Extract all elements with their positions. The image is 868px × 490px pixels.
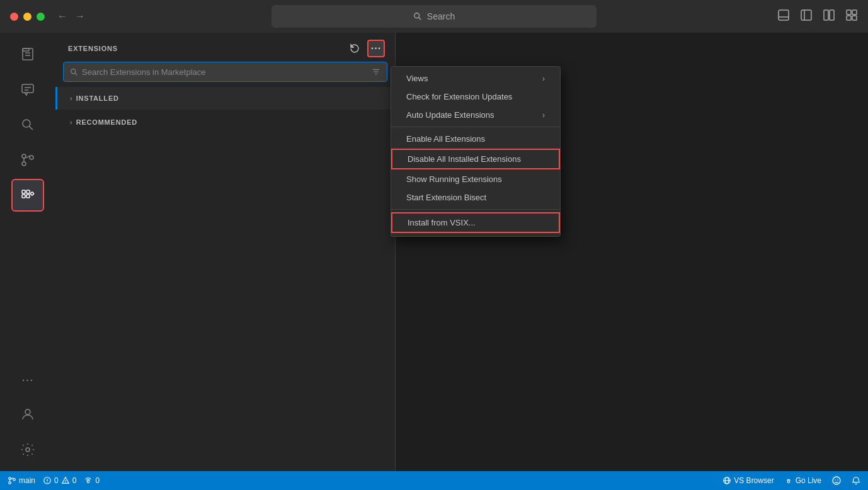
errors-status[interactable]: 0 0	[43, 476, 76, 485]
search-icon	[70, 68, 78, 76]
svg-point-37	[9, 482, 11, 484]
recommended-section[interactable]: › RECOMMENDED	[55, 111, 395, 134]
svg-point-49	[833, 477, 840, 484]
branch-status[interactable]: main	[8, 476, 35, 485]
recommended-chevron: ›	[70, 118, 72, 126]
browser-status[interactable]: VS Browser	[722, 476, 774, 485]
svg-rect-6	[824, 10, 828, 20]
error-icon	[43, 476, 52, 485]
svg-rect-11	[852, 16, 857, 20]
menu-item-check-updates[interactable]: Check for Extension Updates	[391, 88, 560, 106]
remote-status[interactable]: 0	[84, 476, 100, 485]
activity-bar-bottom: ···	[11, 363, 44, 471]
svg-point-41	[47, 482, 47, 482]
back-button[interactable]: ←	[57, 11, 67, 22]
sidebar-item-extensions[interactable]	[11, 179, 44, 212]
close-button[interactable]	[10, 13, 18, 21]
svg-line-32	[75, 73, 77, 75]
menu-item-enable-all[interactable]: Enable All Extensions	[391, 130, 560, 148]
menu-item-show-running[interactable]: Show Running Extensions	[391, 170, 560, 188]
remote-count: 0	[95, 476, 100, 485]
golive-status[interactable]: Go Live	[784, 476, 821, 485]
split-icon[interactable]	[823, 9, 835, 25]
menu-item-start-bisect-label: Start Extension Bisect	[406, 193, 486, 202]
traffic-lights	[10, 13, 45, 21]
menu-item-install-vsix[interactable]: Install from VSIX...	[391, 212, 560, 233]
layout-icon[interactable]	[845, 9, 858, 25]
svg-rect-28	[30, 192, 34, 196]
bell-status[interactable]	[852, 476, 860, 485]
more-actions-button[interactable]: ···	[367, 40, 385, 57]
activity-bar: ···	[0, 33, 55, 471]
panel-icon[interactable]	[777, 9, 790, 25]
feedback-status[interactable]	[831, 476, 842, 486]
browser-label: VS Browser	[734, 476, 774, 485]
minimize-button[interactable]	[23, 13, 31, 21]
svg-rect-26	[22, 190, 25, 193]
svg-point-38	[13, 479, 16, 481]
radio-icon	[84, 476, 93, 485]
svg-point-31	[71, 69, 76, 73]
sidebar-item-source-control[interactable]	[11, 144, 44, 176]
broadcast-icon	[784, 476, 793, 485]
views-arrow: ›	[542, 74, 545, 83]
statusbar-left: main 0 0 0	[8, 476, 100, 485]
installed-chevron: ›	[70, 94, 72, 102]
refresh-button[interactable]	[346, 40, 363, 57]
svg-rect-25	[26, 195, 30, 198]
recommended-label: RECOMMENDED	[76, 118, 137, 126]
context-menu: Views › Check for Extension Updates Auto…	[391, 66, 561, 237]
svg-rect-24	[22, 195, 25, 198]
menu-separator-1	[391, 127, 560, 127]
branch-name: main	[19, 476, 35, 485]
svg-rect-9	[852, 10, 857, 14]
search-icon	[413, 12, 422, 21]
svg-point-19	[23, 120, 30, 127]
sidebar-toggle-icon[interactable]	[800, 9, 813, 25]
branch-icon	[8, 476, 16, 485]
svg-point-30	[26, 448, 30, 452]
statusbar-right: VS Browser Go Live	[722, 476, 860, 486]
menu-item-auto-update[interactable]: Auto Update Extensions ›	[391, 106, 560, 124]
sidebar-item-chat[interactable]	[11, 73, 44, 106]
nav-arrows: ← →	[57, 11, 85, 22]
svg-rect-27	[26, 190, 30, 193]
svg-rect-13	[23, 48, 33, 60]
svg-rect-4	[801, 10, 811, 20]
menu-item-auto-update-label: Auto Update Extensions	[406, 110, 494, 120]
globe-icon	[722, 476, 731, 485]
menu-item-install-vsix-label: Install from VSIX...	[408, 218, 476, 227]
menu-item-views-label: Views	[406, 74, 428, 83]
menu-item-disable-all[interactable]: Disable All Installed Extensions	[391, 149, 560, 169]
svg-point-51	[837, 479, 838, 481]
forward-button[interactable]: →	[75, 11, 85, 22]
statusbar: main 0 0 0	[0, 471, 868, 490]
maximize-button[interactable]	[37, 13, 45, 21]
menu-item-views[interactable]: Views ›	[391, 69, 560, 88]
menu-item-start-bisect[interactable]: Start Extension Bisect	[391, 188, 560, 207]
errors-count: 0	[54, 476, 59, 485]
sidebar-item-settings[interactable]	[11, 433, 44, 466]
sidebar-item-explorer[interactable]	[11, 38, 44, 71]
title-search-bar[interactable]: Search	[271, 5, 597, 28]
filter-icon[interactable]	[372, 67, 380, 76]
svg-rect-8	[847, 10, 851, 14]
menu-item-enable-all-label: Enable All Extensions	[406, 134, 485, 144]
installed-label: INSTALLED	[76, 94, 119, 102]
installed-section[interactable]: › INSTALLED	[55, 87, 395, 110]
golive-label: Go Live	[796, 476, 821, 485]
svg-rect-2	[779, 10, 789, 20]
extension-search-input[interactable]	[82, 67, 368, 77]
svg-point-50	[835, 479, 836, 481]
sidebar-item-account[interactable]	[11, 398, 44, 431]
svg-rect-16	[22, 84, 33, 93]
extension-search-box[interactable]	[63, 62, 387, 82]
menu-item-disable-all-label: Disable All Installed Extensions	[408, 154, 521, 164]
extensions-panel: EXTENSIONS ···	[55, 33, 396, 471]
menu-item-show-running-label: Show Running Extensions	[406, 174, 502, 184]
warning-icon	[61, 476, 70, 485]
sidebar-item-search[interactable]	[11, 108, 44, 141]
svg-point-48	[787, 481, 790, 483]
sidebar-item-more[interactable]: ···	[11, 363, 44, 396]
svg-line-20	[30, 127, 33, 130]
